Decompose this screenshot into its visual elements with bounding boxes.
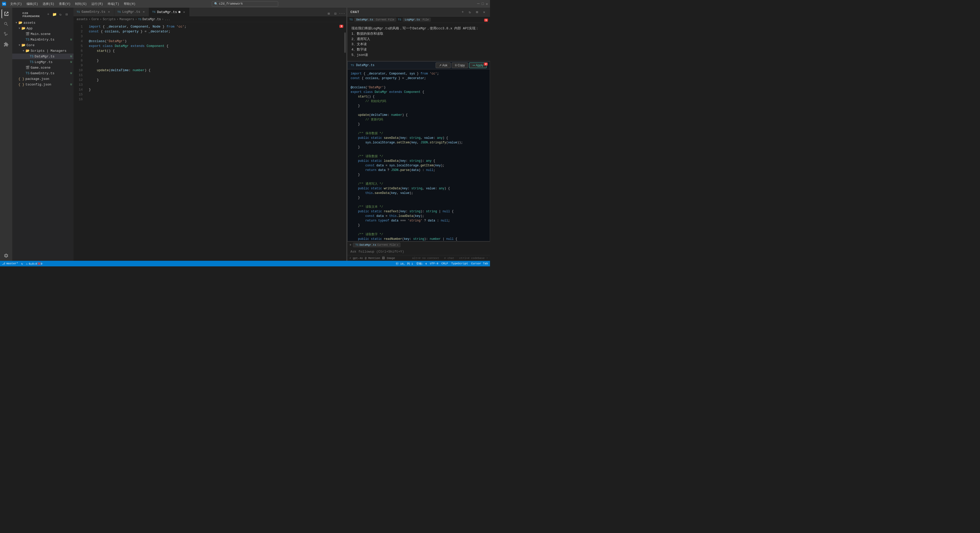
image-btn[interactable]: 🖼 Image	[382, 256, 395, 260]
scrollbar-v[interactable]	[344, 22, 346, 261]
extensions-icon[interactable]	[2, 40, 11, 49]
tab-close-datamgr[interactable]: ✕	[182, 10, 186, 14]
sidebar-item-gameentry[interactable]: TS GameEntry.ts U	[12, 70, 73, 76]
breadcrumb: assets › Core › Scripts › Managers › TS …	[73, 17, 346, 22]
source-control-icon[interactable]	[2, 30, 11, 39]
tab-close-gameentry[interactable]: ✕	[107, 10, 111, 14]
badge-2: 2	[484, 62, 488, 65]
attachment-close[interactable]: ✕	[396, 243, 398, 247]
ts-tab-icon: TS	[118, 10, 121, 14]
breadcrumb-core[interactable]: Core	[91, 18, 99, 21]
search-text: c2d_framework	[219, 2, 243, 6]
ts-icon: TS	[25, 38, 30, 41]
plus-icon[interactable]: +	[349, 243, 352, 247]
sidebar-item-logmgr[interactable]: TS LogMgr.ts U	[12, 59, 73, 65]
status-eol[interactable]: CRLF	[442, 262, 448, 266]
status-bar: ⎇ master* ↻ ⚠ 0△0⚠0❌0 行 16, 列 1 空格: 4 UT…	[0, 261, 490, 266]
new-file-btn[interactable]: +	[45, 11, 51, 17]
ts-small-icon: TS	[349, 18, 353, 21]
json-icon: { }	[18, 77, 24, 81]
tab-datamgr[interactable]: TS DataMgr.ts ✕	[149, 8, 189, 16]
refresh-btn[interactable]: ↻	[58, 11, 63, 17]
chat-header-actions: + ↻ ⊞ ✕	[460, 9, 487, 15]
expand-chat-btn[interactable]: ⊞	[474, 9, 480, 15]
split-editor-btn[interactable]: ⊞	[326, 11, 331, 16]
status-cursor-tab[interactable]: Cursor Tab	[471, 262, 488, 266]
status-spaces[interactable]: 空格: 4	[416, 262, 427, 266]
code-line: // 初始化代码	[351, 99, 487, 103]
menu-terminal[interactable]: 终端(T)	[106, 1, 121, 6]
chat-file-tab-logmgr[interactable]: LogMgr.ts File	[403, 18, 431, 22]
editor-area: TS GameEntry.ts ✕ TS LogMgr.ts ✕ TS Data…	[73, 8, 346, 261]
status-language[interactable]: TypeScript	[451, 262, 468, 266]
copy-btn[interactable]: ⎘ Copy	[452, 62, 468, 68]
tree-label-mainscene: Main.scene	[30, 32, 73, 36]
model-selector[interactable]: ⚡ gpt-4o	[349, 256, 363, 260]
sidebar-item-app[interactable]: ▼ 📂 App	[12, 25, 73, 31]
sidebar-item-assets[interactable]: ▼ 📂 assets	[12, 20, 73, 25]
menu-file[interactable]: 文件(F)	[8, 1, 24, 6]
sidebar-item-mainscene[interactable]: 🎬 Main.scene	[12, 31, 73, 37]
menu-goto[interactable]: 转到(G)	[73, 1, 89, 6]
ask-btn[interactable]: ↗ Ask	[436, 62, 451, 68]
close-chat-btn[interactable]: ✕	[481, 9, 487, 15]
menu-select[interactable]: 选择(S)	[41, 1, 56, 6]
sidebar-item-mainentry[interactable]: TS MainEntry.ts U	[12, 37, 73, 42]
breadcrumb-scripts[interactable]: Scripts	[103, 18, 115, 21]
explorer-icon[interactable]	[2, 9, 11, 18]
sidebar-item-datamgr[interactable]: TS DataMgr.ts U	[12, 54, 73, 59]
tree-label-mainentry: MainEntry.ts	[30, 38, 70, 41]
breadcrumb-datamgr[interactable]: DataMgr.ts	[142, 18, 161, 21]
mention-btn[interactable]: @ Mention	[365, 257, 380, 260]
status-line-col[interactable]: 行 16, 列 1	[396, 262, 413, 266]
sidebar-item-gamescene[interactable]: 🎬 Game.scene	[12, 65, 73, 70]
chat-messages: TS DataMgr.ts Current File TS LogMgr.ts …	[347, 17, 490, 241]
breadcrumb-assets[interactable]: assets	[76, 18, 88, 21]
sidebar-item-core[interactable]: ▼ 📂 Core	[12, 42, 73, 48]
tree-label-tsconfig: tsconfig.json	[25, 83, 70, 86]
chat-code-content[interactable]: import { _decorator, Component, sys } fr…	[348, 69, 490, 241]
menu-run[interactable]: 运行(R)	[89, 1, 105, 6]
code-line	[89, 92, 344, 97]
search-bar[interactable]: 🔍 c2d_framework	[212, 1, 278, 6]
code-line: return data ? JSON.parse(data) : null;	[351, 168, 487, 172]
search-activity-icon[interactable]	[2, 19, 11, 29]
tab-gameentry[interactable]: TS GameEntry.ts ✕	[73, 8, 115, 16]
sidebar-item-packagejson[interactable]: { } package.json	[12, 76, 73, 82]
code-line: const data = this.loadData(key);	[351, 214, 487, 218]
menu-help[interactable]: 帮助(H)	[122, 1, 138, 6]
status-encoding[interactable]: UTF-8	[430, 262, 438, 266]
close-btn[interactable]: ✕	[486, 2, 488, 6]
code-line: import { _decorator, Component, Node } f…	[89, 24, 344, 29]
collapse-btn[interactable]: ⊟	[64, 11, 69, 17]
minimize-btn[interactable]: ─	[477, 2, 480, 6]
spacer	[21, 72, 25, 75]
ts-icon: TS	[25, 72, 30, 75]
search-icon: 🔍	[214, 2, 218, 6]
new-chat-btn[interactable]: +	[460, 9, 466, 15]
status-branch[interactable]: ⎇ master*	[2, 262, 18, 265]
refresh-chat-btn[interactable]: ↻	[467, 9, 473, 15]
maximize-btn[interactable]: □	[482, 2, 484, 6]
code-content[interactable]: import { _decorator, Component, Node } f…	[86, 22, 344, 261]
menu-view[interactable]: 查看(V)	[57, 1, 73, 6]
sidebar-item-scripts[interactable]: ▼ 📂 Scripts | Managers	[12, 48, 73, 54]
layout-btn[interactable]: ⊡	[332, 11, 338, 16]
tree-label-core: Core	[27, 43, 73, 47]
tab-close-logmgr[interactable]: ✕	[142, 10, 146, 14]
status-errors[interactable]: ⚠ 0△0⚠0❌0	[26, 262, 42, 265]
breadcrumb-ellipsis[interactable]: ...	[165, 18, 170, 21]
chat-input[interactable]	[350, 250, 487, 254]
status-sync[interactable]: ↻	[21, 262, 23, 265]
badge-u: U	[70, 83, 72, 86]
new-folder-btn[interactable]: 📁	[52, 11, 57, 17]
settings-icon[interactable]	[2, 251, 11, 260]
menu-edit[interactable]: 编辑(E)	[24, 1, 40, 6]
tree-label-scripts: Scripts | Managers	[30, 49, 73, 53]
chat-input-box	[347, 248, 490, 255]
more-actions-btn[interactable]: ···	[339, 11, 345, 16]
tab-logmgr[interactable]: TS LogMgr.ts ✕	[115, 8, 149, 16]
sidebar-item-tsconfig[interactable]: { } tsconfig.json U	[12, 82, 73, 87]
chat-file-tab-datamgr[interactable]: DataMgr.ts Current File	[354, 18, 396, 22]
breadcrumb-managers[interactable]: Managers	[119, 18, 134, 21]
